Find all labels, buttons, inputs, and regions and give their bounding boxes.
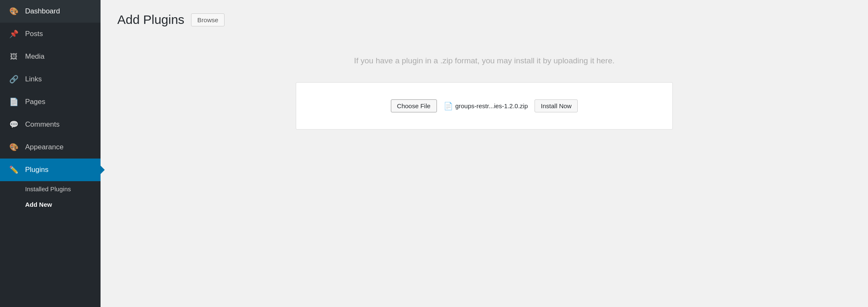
sidebar-item-dashboard[interactable]: Dashboard (0, 0, 101, 23)
sidebar-item-media[interactable]: Media (0, 45, 101, 68)
main-content: Add Plugins Browse If you have a plugin … (101, 0, 868, 307)
add-new-label: Add New (25, 201, 52, 208)
media-icon (8, 51, 19, 62)
page-header: Add Plugins Browse (117, 13, 851, 27)
sidebar-item-label-media: Media (25, 52, 44, 61)
install-now-button[interactable]: Install Now (535, 99, 578, 112)
comments-icon (8, 119, 19, 130)
upload-box: Choose File 📄 groups-restr...ies-1.2.0.z… (296, 82, 673, 130)
sidebar: Dashboard Posts Media Links Pages Commen… (0, 0, 101, 307)
posts-icon (8, 29, 19, 39)
file-name-text: groups-restr...ies-1.2.0.zip (455, 102, 528, 109)
file-icon: 📄 (444, 101, 453, 111)
sidebar-item-appearance[interactable]: Appearance (0, 136, 101, 159)
sidebar-item-plugins[interactable]: Plugins (0, 159, 101, 181)
sidebar-item-label-links: Links (25, 75, 42, 83)
plugins-icon (8, 164, 19, 175)
sidebar-item-label-posts: Posts (25, 30, 43, 38)
browse-button[interactable]: Browse (191, 13, 225, 26)
file-name-display: 📄 groups-restr...ies-1.2.0.zip (444, 101, 528, 111)
sidebar-item-links[interactable]: Links (0, 68, 101, 91)
sidebar-subitem-installed-plugins[interactable]: Installed Plugins (0, 181, 101, 197)
pages-icon (8, 96, 19, 107)
sidebar-item-label-comments: Comments (25, 120, 59, 129)
sidebar-item-label-appearance: Appearance (25, 143, 64, 151)
sidebar-item-label-pages: Pages (25, 98, 45, 106)
page-title: Add Plugins (117, 13, 184, 27)
appearance-icon (8, 142, 19, 153)
links-icon (8, 74, 19, 85)
sidebar-item-posts[interactable]: Posts (0, 23, 101, 45)
sidebar-item-label-dashboard: Dashboard (25, 7, 60, 16)
upload-description: If you have a plugin in a .zip format, y… (117, 56, 851, 65)
sidebar-item-label-plugins: Plugins (25, 166, 49, 174)
dashboard-icon (8, 6, 19, 17)
sidebar-item-comments[interactable]: Comments (0, 113, 101, 136)
sidebar-item-pages[interactable]: Pages (0, 91, 101, 113)
sidebar-subitem-add-new[interactable]: Add New (0, 197, 101, 212)
installed-plugins-label: Installed Plugins (25, 185, 71, 193)
choose-file-button[interactable]: Choose File (391, 99, 437, 112)
